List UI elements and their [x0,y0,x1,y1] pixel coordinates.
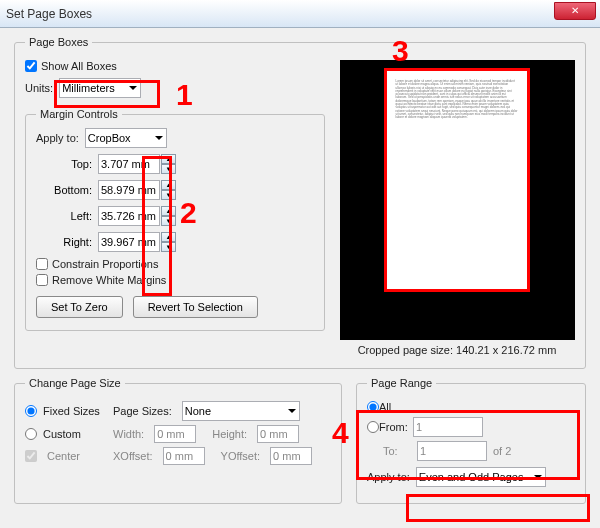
set-to-zero-button[interactable]: Set To Zero [36,296,123,318]
show-all-boxes-label: Show All Boxes [41,60,117,72]
to-label: To: [383,445,417,457]
callout-1: 1 [176,78,193,112]
bottom-margin-label: Bottom: [36,184,92,196]
page-range-group: Page Range All From: To: of 2 Apply to: … [356,377,586,504]
page-boxes-group: Page Boxes Show All Boxes Units: Millime… [14,36,586,369]
preview-area: Lorem ipsum dolor sit amet, consectetur … [340,60,575,340]
from-label: From: [379,421,413,433]
height-label: Height: [212,428,247,440]
left-margin-label: Left: [36,210,92,222]
fixed-sizes-radio[interactable] [25,405,37,417]
units-label: Units: [25,82,53,94]
from-input [413,417,483,437]
window-title: Set Page Boxes [6,7,92,21]
constrain-label: Constrain Proportions [52,258,158,270]
width-label: Width: [113,428,144,440]
yoffset-input [270,447,312,465]
page-sizes-label: Page Sizes: [113,405,172,417]
page-boxes-legend: Page Boxes [25,36,92,48]
right-margin-label: Right: [36,236,92,248]
remove-white-checkbox[interactable] [36,274,48,286]
center-label: Center [47,450,107,462]
margin-controls-group: Margin Controls Apply to: CropBox Top: ▲… [25,108,325,331]
top-margin-label: Top: [36,158,92,170]
fixed-sizes-label: Fixed Sizes [43,405,107,417]
callout-4: 4 [332,416,349,450]
title-bar: Set Page Boxes ✕ [0,0,600,28]
page-sizes-select[interactable]: None [182,401,300,421]
top-margin-input[interactable] [98,154,160,174]
bottom-margin-input[interactable] [98,180,160,200]
change-page-size-group: Change Page Size Fixed Sizes Page Sizes:… [14,377,342,504]
center-checkbox [25,450,37,462]
apply-to-range-select[interactable]: Even and Odd Pages [416,467,546,487]
left-up-button[interactable]: ▲ [161,206,176,216]
apply-to-margin-select[interactable]: CropBox [85,128,167,148]
show-all-boxes-checkbox[interactable] [25,60,37,72]
right-up-button[interactable]: ▲ [161,232,176,242]
crop-highlight [384,68,530,292]
all-label: All [379,401,391,413]
top-up-button[interactable]: ▲ [161,154,176,164]
change-page-size-legend: Change Page Size [25,377,125,389]
callout-3: 3 [392,34,409,68]
right-margin-input[interactable] [98,232,160,252]
width-input [154,425,196,443]
yoffset-label: YOffset: [221,450,261,462]
top-down-button[interactable]: ▼ [161,164,176,174]
bottom-up-button[interactable]: ▲ [161,180,176,190]
xoffset-label: XOffset: [113,450,153,462]
left-margin-input[interactable] [98,206,160,226]
all-radio[interactable] [367,401,379,413]
apply-to-range-label: Apply to: [367,471,410,483]
units-select[interactable]: Millimeters [59,78,141,98]
of-label: of 2 [493,445,511,457]
custom-radio[interactable] [25,428,37,440]
close-button[interactable]: ✕ [554,2,596,20]
right-down-button[interactable]: ▼ [161,242,176,252]
page-range-legend: Page Range [367,377,436,389]
revert-button[interactable]: Revert To Selection [133,296,258,318]
remove-white-label: Remove White Margins [52,274,166,286]
bottom-down-button[interactable]: ▼ [161,190,176,200]
left-down-button[interactable]: ▼ [161,216,176,226]
cropped-size-label: Cropped page size: 140.21 x 216.72 mm [339,344,575,356]
apply-to-margin-label: Apply to: [36,132,79,144]
custom-label: Custom [43,428,107,440]
margin-controls-legend: Margin Controls [36,108,122,120]
to-input [417,441,487,461]
callout-2: 2 [180,196,197,230]
height-input [257,425,299,443]
from-radio[interactable] [367,421,379,433]
constrain-checkbox[interactable] [36,258,48,270]
xoffset-input [163,447,205,465]
